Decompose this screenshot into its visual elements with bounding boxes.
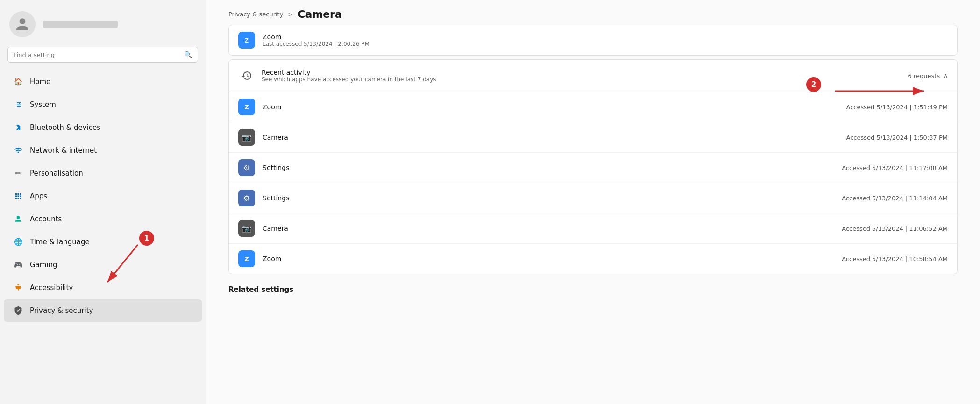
sidebar-item-system[interactable]: 🖥 System: [4, 93, 202, 116]
top-app-info: Zoom Last accessed 5/13/2024 | 2:00:26 P…: [263, 33, 948, 47]
activity-app-name-5: Zoom: [263, 255, 281, 262]
sidebar-item-bluetooth[interactable]: Bluetooth & devices: [4, 116, 202, 139]
apps-icon: [13, 191, 23, 201]
avatar[interactable]: [9, 11, 36, 37]
sidebar-item-accounts[interactable]: Accounts: [4, 208, 202, 230]
user-name-blurred: [43, 21, 118, 28]
recent-activity-desc: See which apps have accessed your camera…: [262, 76, 436, 83]
chevron-up-icon[interactable]: ∧: [944, 72, 948, 79]
sidebar-item-home[interactable]: 🏠 Home: [4, 71, 202, 93]
recent-activity-header: Recent activity See which apps have acce…: [228, 59, 958, 92]
sidebar: 🔍 🏠 Home 🖥 System Bluetooth & devices: [0, 0, 206, 404]
activity-time-2: Accessed 5/13/2024 | 11:17:08 AM: [842, 164, 948, 171]
accessibility-icon: [13, 283, 23, 293]
sidebar-item-label: Personalisation: [30, 169, 83, 177]
related-settings-label: Related settings: [228, 285, 293, 294]
activity-time-0: Accessed 5/13/2024 | 1:51:49 PM: [846, 104, 948, 111]
search-box[interactable]: 🔍: [7, 47, 198, 63]
breadcrumb: Privacy & security > Camera: [206, 0, 980, 25]
activity-zoom-icon-0: Z: [238, 99, 255, 115]
annotation-badge-2: 2: [806, 77, 821, 92]
annotation-badge-1: 1: [139, 231, 154, 246]
person-icon: [15, 17, 30, 32]
sidebar-item-label: Bluetooth & devices: [30, 123, 100, 132]
breadcrumb-separator: >: [288, 11, 293, 18]
sidebar-item-label: Home: [30, 78, 50, 86]
breadcrumb-current: Camera: [298, 8, 342, 20]
svg-point-1: [17, 284, 19, 285]
top-app-card: Z Zoom Last accessed 5/13/2024 | 2:00:26…: [228, 25, 958, 56]
related-settings-header: Related settings: [206, 274, 980, 294]
activity-time-3: Accessed 5/13/2024 | 11:14:04 AM: [842, 195, 948, 202]
sidebar-item-privacy[interactable]: Privacy & security: [4, 299, 202, 322]
sidebar-item-label: System: [30, 100, 56, 109]
main-content: 2 Privacy & security > Camera Z: [206, 0, 980, 404]
breadcrumb-parent[interactable]: Privacy & security: [228, 11, 283, 18]
gaming-icon: 🎮: [13, 260, 23, 270]
recent-activity-title: Recent activity: [262, 69, 436, 76]
network-icon: [13, 145, 23, 156]
privacy-icon: [13, 305, 23, 316]
activity-app-name-0: Zoom: [263, 103, 281, 111]
activity-time-4: Accessed 5/13/2024 | 11:06:52 AM: [842, 225, 948, 232]
accounts-icon: [13, 214, 23, 224]
activity-item-4: 📷 Camera Accessed 5/13/2024 | 11:06:52 A…: [229, 213, 957, 244]
top-app-row: Z Zoom Last accessed 5/13/2024 | 2:00:26…: [229, 25, 957, 55]
activity-time-1: Accessed 5/13/2024 | 1:50:37 PM: [846, 134, 948, 141]
activity-item-1: 📷 Camera Accessed 5/13/2024 | 1:50:37 PM: [229, 122, 957, 153]
activity-settings-icon-3: ⚙: [238, 190, 255, 206]
top-app-last-accessed: Last accessed 5/13/2024 | 2:00:26 PM: [263, 41, 948, 47]
activity-app-name-1: Camera: [263, 134, 288, 141]
activity-list: Z Zoom Accessed 5/13/2024 | 1:51:49 PM 📷…: [228, 92, 958, 274]
system-icon: 🖥: [13, 99, 23, 110]
activity-app-name-2: Settings: [263, 164, 289, 171]
bluetooth-icon: [13, 122, 23, 133]
activity-count-label: 6 requests: [908, 72, 940, 79]
sidebar-item-label: Accounts: [30, 215, 62, 223]
zoom-app-icon: Z: [238, 32, 255, 49]
sidebar-header: [0, 0, 206, 47]
activity-settings-icon-2: ⚙: [238, 159, 255, 176]
top-app-name: Zoom: [263, 33, 948, 41]
activity-zoom-icon-5: Z: [238, 250, 255, 267]
recent-activity-icon: [238, 67, 255, 84]
activity-camera-icon-1: 📷: [238, 129, 255, 146]
activity-item-5: Z Zoom Accessed 5/13/2024 | 10:58:54 AM: [229, 244, 957, 274]
svg-point-0: [17, 216, 20, 219]
time-icon: 🌐: [13, 237, 23, 247]
sidebar-item-label: Time & language: [30, 238, 90, 246]
sidebar-item-label: Gaming: [30, 261, 57, 269]
activity-item-2: ⚙ Settings Accessed 5/13/2024 | 11:17:08…: [229, 153, 957, 183]
home-icon: 🏠: [13, 77, 23, 87]
recent-activity-info: Recent activity See which apps have acce…: [262, 69, 436, 83]
personalisation-icon: ✏️: [13, 168, 23, 178]
sidebar-item-label: Network & internet: [30, 146, 97, 155]
search-input[interactable]: [14, 51, 180, 58]
zoom-letter: Z: [245, 37, 249, 44]
sidebar-item-personalisation[interactable]: ✏️ Personalisation: [4, 162, 202, 184]
search-icon: 🔍: [184, 51, 192, 58]
sidebar-item-label: Apps: [30, 192, 47, 200]
activity-time-5: Accessed 5/13/2024 | 10:58:54 AM: [842, 255, 948, 262]
activity-item-3: ⚙ Settings Accessed 5/13/2024 | 11:14:04…: [229, 183, 957, 213]
sidebar-item-label: Accessibility: [30, 284, 73, 292]
activity-app-name-3: Settings: [263, 194, 289, 202]
activity-app-name-4: Camera: [263, 225, 288, 232]
sidebar-item-network[interactable]: Network & internet: [4, 139, 202, 162]
content-area: Z Zoom Last accessed 5/13/2024 | 2:00:26…: [206, 25, 980, 312]
sidebar-item-label: Privacy & security: [30, 306, 93, 315]
activity-count: 6 requests ∧: [908, 72, 948, 79]
sidebar-item-apps[interactable]: Apps: [4, 185, 202, 207]
activity-item-0: Z Zoom Accessed 5/13/2024 | 1:51:49 PM: [229, 92, 957, 122]
activity-camera-icon-4: 📷: [238, 220, 255, 237]
svg-line-3: [107, 245, 138, 282]
annotation-arrow-1: [93, 240, 149, 296]
